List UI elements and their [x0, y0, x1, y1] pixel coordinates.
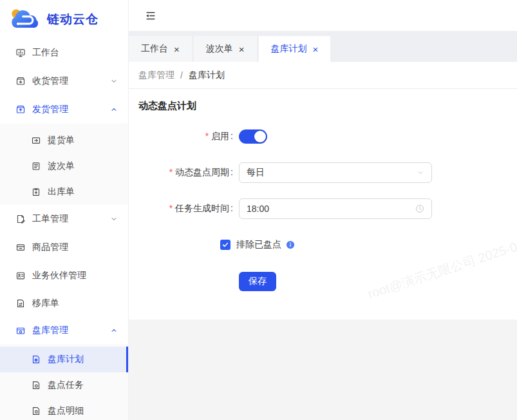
logo: 链动云仓: [0, 0, 128, 39]
sidebar-item-label: 盘库计划: [48, 354, 84, 365]
sidebar-item-receiving[interactable]: 收货管理: [0, 67, 128, 95]
tab-label: 盘库计划: [271, 43, 307, 55]
required-asterisk: *: [169, 167, 173, 177]
page-title: 动态盘点计划: [129, 89, 517, 112]
sidebar-item-outbound-order[interactable]: 出库单: [0, 179, 128, 205]
time-input-value: 18:00: [247, 204, 269, 214]
tab-inventory-plan[interactable]: 盘库计划 ×: [259, 36, 331, 62]
sidebar-item-transfer[interactable]: 移库单: [0, 290, 128, 317]
enable-toggle[interactable]: [239, 129, 267, 144]
cycle-select-value: 每日: [247, 167, 265, 178]
menu-fold-icon[interactable]: [144, 9, 157, 22]
exclude-checkbox[interactable]: [220, 240, 230, 250]
chevron-down-icon: [110, 77, 118, 85]
inventory-plan-icon: [31, 354, 41, 365]
sidebar-item-label: 移库单: [32, 298, 59, 309]
chevron-down-icon: [417, 169, 424, 177]
breadcrumb-parent[interactable]: 盘库管理: [138, 70, 174, 81]
transfer-order-icon: [15, 298, 26, 309]
sidebar-item-partner[interactable]: 业务伙伴管理: [0, 262, 128, 290]
content-panel: 动态盘点计划 *启用: *动态盘点周期: 每日: [129, 89, 517, 320]
inventory-box-icon: [15, 325, 26, 336]
breadcrumb-separator: /: [180, 70, 183, 81]
enable-label: *启用:: [129, 131, 233, 142]
sidebar-item-inventory-plan[interactable]: 盘库计划: [0, 347, 128, 372]
sidebar-item-label: 收货管理: [32, 75, 68, 87]
tab-wave-order[interactable]: 波次单 ×: [194, 36, 257, 62]
dynamic-count-form: *启用: *动态盘点周期: 每日: [129, 119, 517, 291]
sidebar-item-inventory[interactable]: 盘库管理: [0, 317, 128, 344]
breadcrumb: 盘库管理 / 盘库计划: [129, 62, 517, 89]
sidebar-item-label: 盘点明细: [48, 405, 84, 417]
sidebar-item-label: 业务伙伴管理: [32, 270, 86, 282]
partner-idcard-icon: [15, 271, 26, 281]
toggle-knob: [254, 131, 266, 142]
breadcrumb-current: 盘库计划: [189, 70, 225, 81]
tab-bar: 工作台 × 波次单 × 盘库计划 ×: [129, 31, 517, 62]
top-bar: [129, 0, 517, 31]
cycle-select[interactable]: 每日: [239, 162, 432, 183]
page-background: [129, 320, 517, 419]
chevron-up-icon: [110, 327, 118, 334]
sidebar-item-label: 盘点任务: [48, 379, 84, 391]
clock-icon: [415, 204, 424, 213]
exclude-checkbox-label[interactable]: 排除已盘点: [236, 239, 281, 251]
receive-box-icon: [15, 76, 26, 86]
count-detail-icon: [31, 406, 41, 416]
time-input[interactable]: 18:00: [239, 198, 432, 219]
outbound-order-icon: [31, 187, 41, 197]
info-circle-icon[interactable]: [286, 240, 295, 249]
form-row-time: *任务生成时间: 18:00: [129, 191, 517, 227]
app-window: 链动云仓 工作台 收货管理: [0, 0, 517, 420]
sidebar-item-label: 提货单: [48, 135, 75, 146]
time-label: *任务生成时间:: [129, 203, 233, 215]
chevron-up-icon: [110, 106, 118, 113]
sidebar-item-workbench[interactable]: 工作台: [0, 39, 128, 67]
sidebar-item-workorder[interactable]: 工单管理: [0, 205, 128, 233]
form-row-exclude: 排除已盘点: [129, 227, 517, 263]
sidebar-item-count-task[interactable]: 盘点任务: [0, 372, 128, 398]
sidebar-submenu-inventory: 盘库计划 盘点任务 盘点明细: [0, 344, 128, 420]
sidebar: 链动云仓 工作台 收货管理: [0, 0, 129, 420]
sidebar-item-shipping[interactable]: 发货管理: [0, 95, 128, 124]
sidebar-item-label: 出库单: [48, 186, 75, 198]
sidebar-item-label: 商品管理: [32, 242, 68, 253]
close-icon[interactable]: ×: [174, 44, 180, 54]
sidebar-item-label: 发货管理: [32, 104, 68, 115]
wave-order-icon: [31, 161, 41, 171]
close-icon[interactable]: ×: [313, 44, 319, 54]
tab-workbench[interactable]: 工作台 ×: [129, 36, 192, 62]
close-icon[interactable]: ×: [239, 44, 245, 54]
sidebar-item-label: 工单管理: [32, 213, 68, 225]
sidebar-item-label: 盘库管理: [32, 325, 68, 336]
check-icon: [221, 241, 229, 249]
form-row-cycle: *动态盘点周期: 每日: [129, 155, 517, 191]
sidebar-item-count-detail[interactable]: 盘点明细: [0, 398, 128, 420]
monitor-icon: [15, 48, 26, 58]
sidebar-item-wave-order[interactable]: 波次单: [0, 153, 128, 179]
cycle-label: *动态盘点周期:: [129, 167, 233, 178]
sidebar-item-label: 波次单: [48, 160, 75, 172]
main-area: 工作台 × 波次单 × 盘库计划 × 盘库管理 / 盘库计划 动态盘点计划: [129, 0, 517, 420]
product-icon: [15, 242, 26, 253]
tab-label: 波次单: [206, 43, 233, 55]
chevron-down-icon: [110, 215, 118, 223]
logo-text: 链动云仓: [47, 11, 99, 28]
sidebar-item-product[interactable]: 商品管理: [0, 233, 128, 262]
tab-label: 工作台: [141, 43, 168, 55]
sidebar-submenu-shipping: 提货单 波次单 出库单: [0, 124, 128, 205]
sidebar-item-pickup-order[interactable]: 提货单: [0, 128, 128, 153]
count-task-icon: [31, 380, 41, 390]
required-asterisk: *: [169, 203, 173, 213]
logo-cloud-icon: [9, 6, 42, 32]
sidebar-menu: 工作台 收货管理 发货管理: [0, 39, 128, 420]
pickup-order-icon: [31, 135, 41, 146]
ship-box-icon: [15, 104, 26, 115]
sidebar-item-label: 工作台: [32, 47, 59, 59]
workorder-icon: [15, 214, 26, 224]
required-asterisk: *: [205, 131, 209, 141]
save-button[interactable]: 保存: [239, 272, 276, 291]
form-row-enable: *启用:: [129, 119, 517, 155]
